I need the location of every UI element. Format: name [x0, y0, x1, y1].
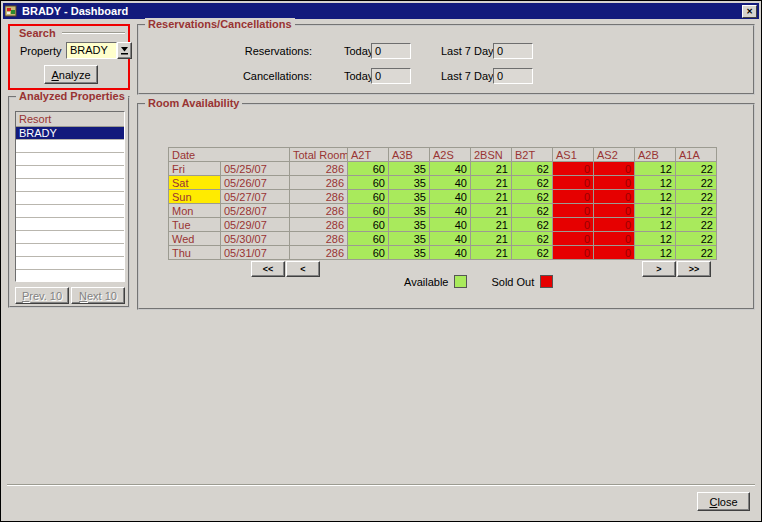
date-cell: 05/30/07 — [221, 232, 290, 246]
total-room-cell: 286 — [290, 162, 348, 176]
next-10-button[interactable]: Next 10 — [71, 287, 125, 304]
availability-cell: 21 — [471, 162, 512, 176]
table-row: Wed05/30/072866035402162001222 — [169, 232, 717, 246]
availability-cell: 22 — [676, 162, 717, 176]
reservations-last7-label: Last 7 Days — [441, 45, 499, 57]
day-cell: Sat — [169, 176, 221, 190]
analyzed-properties-group: Analyzed Properties Resort BRADY Prev. 1… — [8, 96, 130, 308]
availability-cell: 21 — [471, 176, 512, 190]
table-row: Sat05/26/072866035402162001222 — [169, 176, 717, 190]
dropdown-arrow-icon — [120, 46, 129, 55]
availability-cell: 60 — [348, 232, 389, 246]
soldout-legend-label: Sold Out — [491, 276, 534, 288]
page-next-button[interactable]: > — [642, 261, 676, 277]
empty-list-row — [16, 231, 124, 244]
availability-cell: 21 — [471, 232, 512, 246]
col-header-room-type: A3B — [389, 148, 430, 162]
availability-cell: 21 — [471, 246, 512, 260]
col-header-total-room: Total Room — [290, 148, 348, 162]
availability-cell: 35 — [389, 190, 430, 204]
availability-cell: 60 — [348, 204, 389, 218]
availability-cell: 0 — [553, 218, 594, 232]
availability-cell: 0 — [594, 162, 635, 176]
availability-cell: 0 — [594, 204, 635, 218]
availability-cell: 22 — [676, 190, 717, 204]
empty-list-row — [16, 270, 124, 282]
availability-legend: Available Sold Out — [404, 275, 553, 288]
availability-cell: 21 — [471, 190, 512, 204]
availability-cell: 0 — [594, 176, 635, 190]
availability-cell: 62 — [512, 204, 553, 218]
col-header-date: Date — [169, 148, 290, 162]
analyze-button[interactable]: Analyze — [44, 65, 98, 84]
groupbox-line — [62, 32, 125, 34]
empty-list-row — [16, 153, 124, 166]
availability-cell: 62 — [512, 232, 553, 246]
page-last-button[interactable]: >> — [677, 261, 711, 277]
title-bar[interactable]: BRADY - Dashboard ✕ — [3, 3, 759, 19]
availability-cell: 0 — [553, 204, 594, 218]
day-cell: Mon — [169, 204, 221, 218]
availability-cell: 12 — [635, 232, 676, 246]
table-header-row: DateTotal RoomA2TA3BA2S2BSNB2TAS1AS2A2BA… — [169, 148, 717, 162]
analyzed-properties-group-title: Analyzed Properties — [16, 90, 128, 102]
col-header-room-type: A2B — [635, 148, 676, 162]
list-item[interactable]: BRADY — [16, 127, 124, 140]
col-header-room-type: A1A — [676, 148, 717, 162]
soldout-swatch — [540, 275, 553, 288]
availability-cell: 40 — [430, 176, 471, 190]
availability-cell: 60 — [348, 176, 389, 190]
availability-cell: 62 — [512, 218, 553, 232]
cancellations-today-label: Today — [344, 70, 373, 82]
day-cell: Thu — [169, 246, 221, 260]
total-room-cell: 286 — [290, 190, 348, 204]
empty-list-row — [16, 218, 124, 231]
page-prev-button[interactable]: < — [286, 261, 320, 277]
table-row: Fri05/25/072866035402162001222 — [169, 162, 717, 176]
table-row: Thu05/31/072866035402162001222 — [169, 246, 717, 260]
availability-cell: 0 — [594, 218, 635, 232]
prev-10-button[interactable]: Prev. 10 — [15, 287, 69, 304]
cancellations-today-value: 0 — [371, 68, 411, 84]
reservations-today-value: 0 — [371, 43, 411, 59]
availability-cell: 40 — [430, 218, 471, 232]
availability-cell: 35 — [389, 176, 430, 190]
availability-cell: 40 — [430, 204, 471, 218]
empty-list-row — [16, 140, 124, 153]
availability-cell: 22 — [676, 176, 717, 190]
date-cell: 05/28/07 — [221, 204, 290, 218]
availability-cell: 40 — [430, 190, 471, 204]
cancellations-last7-value: 0 — [493, 68, 533, 84]
table-row: Sun05/27/072866035402162001222 — [169, 190, 717, 204]
availability-cell: 40 — [430, 246, 471, 260]
col-header-room-type: 2BSN — [471, 148, 512, 162]
availability-cell: 40 — [430, 232, 471, 246]
date-cell: 05/31/07 — [221, 246, 290, 260]
availability-cell: 12 — [635, 176, 676, 190]
app-icon — [5, 5, 18, 17]
resort-list: BRADY — [16, 127, 124, 282]
total-room-cell: 286 — [290, 232, 348, 246]
availability-cell: 62 — [512, 176, 553, 190]
date-cell: 05/26/07 — [221, 176, 290, 190]
table-row: Mon05/28/072866035402162001222 — [169, 204, 717, 218]
page-first-button[interactable]: << — [251, 261, 285, 277]
availability-cell: 40 — [430, 162, 471, 176]
col-header-room-type: A2T — [348, 148, 389, 162]
availability-cell: 12 — [635, 162, 676, 176]
property-input[interactable]: BRADY — [66, 42, 117, 59]
availability-cell: 0 — [594, 190, 635, 204]
close-icon[interactable]: ✕ — [742, 5, 757, 18]
availability-cell: 35 — [389, 246, 430, 260]
day-cell: Sun — [169, 190, 221, 204]
close-button[interactable]: Close — [697, 492, 750, 511]
availability-cell: 35 — [389, 204, 430, 218]
available-legend-label: Available — [404, 276, 448, 288]
room-availability-group-title: Room Availability — [145, 97, 242, 109]
availability-cell: 62 — [512, 162, 553, 176]
property-dropdown-button[interactable] — [117, 42, 132, 59]
availability-cell: 35 — [389, 162, 430, 176]
availability-cell: 62 — [512, 190, 553, 204]
availability-cell: 60 — [348, 218, 389, 232]
room-availability-group: Room Availability DateTotal RoomA2TA3BA2… — [137, 103, 755, 310]
